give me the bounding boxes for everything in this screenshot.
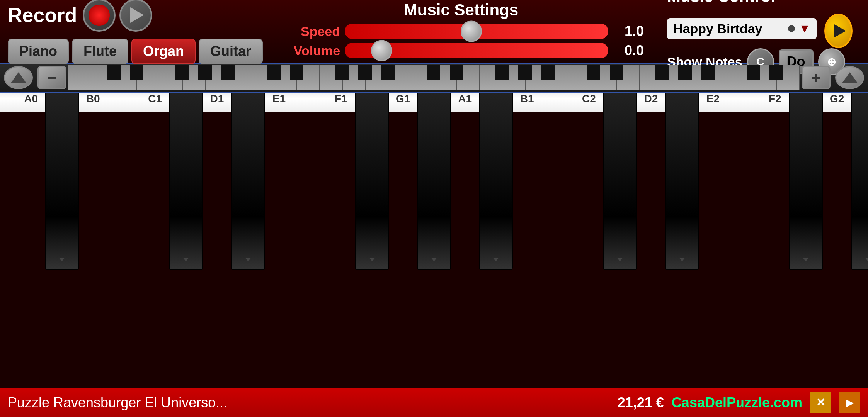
speed-slider[interactable] (345, 24, 608, 39)
mini-black-1 (107, 65, 121, 80)
close-icon: ✕ (816, 396, 825, 409)
mini-key-5 (160, 65, 183, 90)
key-label-E2: E2 (706, 93, 720, 105)
mini-black-2 (130, 65, 143, 80)
ad-price: 21,21 € (618, 395, 664, 411)
speed-thumb[interactable] (461, 21, 482, 42)
mini-key-23 (571, 65, 594, 90)
key-wrap-A0: A0 (0, 93, 62, 388)
key-label-B0: B0 (86, 93, 100, 105)
mini-black-8 (335, 65, 349, 80)
piano-key-Cs2[interactable] (603, 93, 637, 270)
play-button[interactable] (119, 0, 152, 32)
key-label-A0: A0 (24, 93, 38, 105)
guitar-button[interactable]: Guitar (199, 39, 263, 64)
key-wrap-C2: C2 (558, 93, 620, 388)
mini-key-30 (731, 65, 754, 90)
mini-black-20 (701, 65, 715, 80)
piano-key-Fs2[interactable] (789, 93, 823, 270)
play-song-icon (834, 24, 846, 38)
record-button[interactable] (83, 0, 116, 32)
zoom-in-button[interactable]: + (802, 66, 831, 89)
organ-button[interactable]: Organ (131, 39, 196, 64)
song-row: Happy Birtday ▼ (667, 14, 853, 48)
play-song-button[interactable] (824, 14, 853, 48)
octave-down-button[interactable] (4, 66, 33, 89)
mini-black-11 (427, 65, 441, 80)
key-label-G1: G1 (396, 93, 410, 105)
mini-black-13 (495, 65, 509, 80)
key-wrap-F2: F2 (744, 93, 806, 388)
key-label-C2: C2 (582, 93, 596, 105)
piano-container: A0 B0 C1 D1 E1 (0, 93, 868, 388)
mini-black-15 (541, 65, 555, 80)
mini-black-21 (747, 65, 760, 80)
volume-slider[interactable] (345, 43, 608, 58)
key-label-C1: C1 (148, 93, 162, 105)
record-section: Record Piano Flute Organ Guitar (8, 0, 263, 64)
mini-key-1 (68, 65, 91, 90)
key-label-G2: G2 (830, 93, 844, 105)
mini-key-16 (411, 65, 434, 90)
key-label-D2: D2 (644, 93, 658, 105)
song-selector[interactable]: Happy Birtday ▼ (667, 18, 817, 39)
zoom-out-button[interactable]: − (37, 66, 66, 89)
mini-black-12 (450, 65, 463, 80)
speed-slider-row: Speed 1.0 (278, 23, 644, 39)
song-dot (788, 25, 795, 32)
mini-key-9 (251, 65, 274, 90)
mini-keyboard: .mk-white { flex: 1; background: linear-… (68, 65, 800, 90)
mini-black-7 (290, 65, 303, 80)
mini-black-4 (198, 65, 212, 80)
volume-slider-row: Volume 0.0 (278, 42, 644, 59)
piano-key-Ds1[interactable] (231, 93, 265, 270)
dropdown-arrow-icon[interactable]: ▼ (799, 22, 810, 35)
music-settings-title: Music Settings (404, 1, 518, 19)
mini-key-12 (320, 65, 342, 90)
song-name: Happy Birtday (673, 21, 784, 36)
flute-button[interactable]: Flute (72, 39, 128, 64)
mini-key-19 (480, 65, 502, 90)
piano-key-Gs1[interactable] (417, 93, 451, 270)
mini-key-2 (91, 65, 114, 90)
music-control-title: Music Control (667, 0, 775, 6)
volume-thumb[interactable] (371, 40, 392, 61)
piano-key-Ab0[interactable] (45, 93, 79, 270)
mini-black-16 (587, 65, 600, 80)
piano-key-Gs2[interactable] (851, 93, 868, 270)
piano-button[interactable]: Piano (8, 39, 69, 64)
ad-close-button[interactable]: ✕ (810, 392, 831, 413)
key-label-D1: D1 (210, 93, 224, 105)
key-wrap-F1: F1 (310, 93, 372, 388)
mini-black-18 (655, 65, 669, 80)
ad-text: Puzzle Ravensburger El Universo... (8, 395, 610, 411)
piano-key-As1[interactable] (479, 93, 513, 270)
key-label-F1: F1 (335, 93, 347, 105)
speed-value: 1.0 (613, 23, 644, 39)
mini-black-19 (678, 65, 692, 80)
arrow-icon: ▶ (846, 396, 854, 409)
piano-key-Fs1[interactable] (355, 93, 389, 270)
record-label: Record (8, 3, 77, 27)
speed-label: Speed (278, 24, 340, 39)
mini-black-9 (358, 65, 372, 80)
key-label-A1: A1 (458, 93, 472, 105)
ad-link[interactable]: CasaDelPuzzle.com (672, 395, 802, 411)
mini-black-5 (221, 65, 235, 80)
mini-black-17 (610, 65, 623, 80)
volume-value: 0.0 (613, 42, 644, 59)
mini-black-10 (381, 65, 395, 80)
piano-key-Cs1[interactable] (169, 93, 203, 270)
keyboard-nav: − .mk-white { flex: 1; background: linea… (0, 64, 868, 93)
piano-keyboard: A0 B0 C1 D1 E1 (0, 93, 868, 388)
mini-black-22 (769, 65, 783, 80)
octave-up-button[interactable] (835, 66, 864, 89)
key-label-F2: F2 (769, 93, 781, 105)
piano-key-Ds2[interactable] (665, 93, 699, 270)
minus-icon: − (48, 69, 56, 86)
key-label-E1: E1 (272, 93, 286, 105)
up-arrow-icon (11, 72, 26, 83)
instrument-row: Piano Flute Organ Guitar (8, 39, 263, 64)
key-wrap-C1: C1 (124, 93, 186, 388)
ad-arrow-button[interactable]: ▶ (839, 392, 860, 413)
